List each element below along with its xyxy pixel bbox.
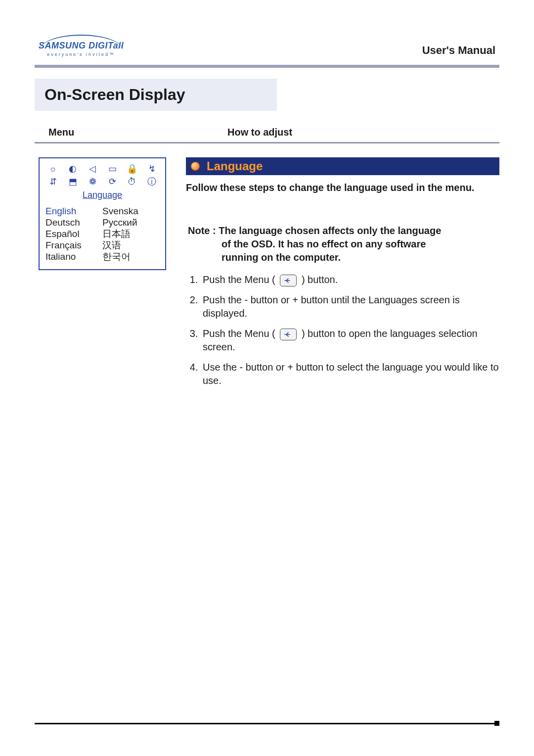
osd-language-chinese: 汉语 [102, 239, 159, 251]
step-4: Use the - button or + button to select t… [201, 361, 499, 387]
osd-language-francais: Français [45, 239, 102, 251]
osd-language-japanese: 日本語 [102, 228, 159, 239]
v-position-icon: ⇵ [44, 176, 61, 187]
steps-list: Push the Menu ( ) button. Push the - but… [186, 273, 499, 387]
h-position-icon: ◁ [84, 163, 101, 174]
note-line1: The language chosen affects only the lan… [219, 225, 441, 236]
osd-icon-grid: ☼ ◐ ◁ ▭ 🔒 ↯ ⇵ ⬒ ❁ ⟳ ⏱ ⓘ [40, 158, 165, 190]
color-icon: ❁ [84, 176, 101, 187]
header-rule [35, 65, 499, 68]
page-title: On-Screen Display [44, 86, 267, 104]
step-1-text-b: ) button. [302, 274, 338, 285]
body: ☼ ◐ ◁ ▭ 🔒 ↯ ⇵ ⬒ ❁ ⟳ ⏱ ⓘ Language English… [35, 157, 499, 387]
brightness-icon: ☼ [44, 163, 61, 174]
reset-icon: ⟳ [104, 176, 121, 187]
section-header: Language [186, 157, 499, 175]
osd-language-col-left: English Deutsch Español Français Italian… [45, 205, 102, 262]
samsung-digitall-logo: SAMSUNG DIGITall everyone's invited™ [39, 35, 124, 57]
document-page: SAMSUNG DIGITall everyone's invited™ Use… [0, 0, 534, 756]
osd-language-italiano: Italiano [45, 251, 102, 262]
h-size-icon: ▭ [104, 163, 121, 174]
step-1: Push the Menu ( ) button. [201, 273, 499, 286]
instructions: Language Follow these steps to change th… [186, 157, 499, 387]
osd-menu-label: Language [40, 190, 165, 203]
osd-panel: ☼ ◐ ◁ ▭ 🔒 ↯ ⇵ ⬒ ❁ ⟳ ⏱ ⓘ Language English… [39, 157, 166, 270]
footer-rule [35, 723, 499, 724]
column-headers: Menu How to adjust [35, 127, 499, 138]
menu-button-icon [280, 329, 297, 340]
note-line3: running on the computer. [188, 251, 499, 264]
step-3: Push the Menu ( ) button to open the lan… [201, 327, 499, 354]
footer-cap [494, 721, 499, 726]
column-header-menu: Menu [35, 127, 227, 138]
osd-language-svenska: Svenska [102, 205, 159, 217]
step-1-text-a: Push the Menu ( [203, 274, 275, 285]
osd-language-espanol: Español [45, 228, 102, 239]
bullet-icon [191, 162, 200, 171]
logo-text: SAMSUNG DIGITall [39, 41, 124, 51]
info-icon: ⓘ [143, 176, 160, 187]
note-block: Note : The language chosen affects only … [186, 224, 499, 264]
intro-text: Follow these steps to change the languag… [186, 181, 499, 194]
column-header-how-to-adjust: How to adjust [227, 127, 499, 138]
timer-icon: ⏱ [124, 176, 140, 187]
osd-language-col-right: Svenska Русский 日本語 汉语 한국어 [102, 205, 159, 262]
contrast-icon: ◐ [64, 163, 81, 174]
note-line2: of the OSD. It has no effect on any soft… [188, 237, 499, 251]
logo-tagline: everyone's invited™ [47, 52, 115, 57]
step-2: Push the - button or + button until the … [201, 293, 499, 320]
menu-button-icon [280, 275, 297, 286]
section-title: Language [207, 159, 263, 173]
osd-language-korean: 한국어 [102, 251, 159, 262]
power-icon: ↯ [143, 163, 160, 174]
note-prefix: Note : [188, 225, 216, 236]
osd-language-list: English Deutsch Español Français Italian… [40, 203, 165, 269]
v-size-icon: ⬒ [64, 176, 81, 187]
osd-language-deutsch: Deutsch [45, 217, 102, 228]
page-header: SAMSUNG DIGITall everyone's invited™ Use… [35, 35, 499, 61]
subheader-rule [35, 142, 499, 143]
page-title-band: On-Screen Display [35, 79, 277, 111]
manual-title: User's Manual [422, 44, 495, 57]
lock-icon: 🔒 [124, 163, 140, 174]
osd-language-russian: Русский [102, 217, 159, 228]
step-3-text-a: Push the Menu ( [203, 328, 275, 339]
osd-language-english: English [45, 205, 102, 217]
